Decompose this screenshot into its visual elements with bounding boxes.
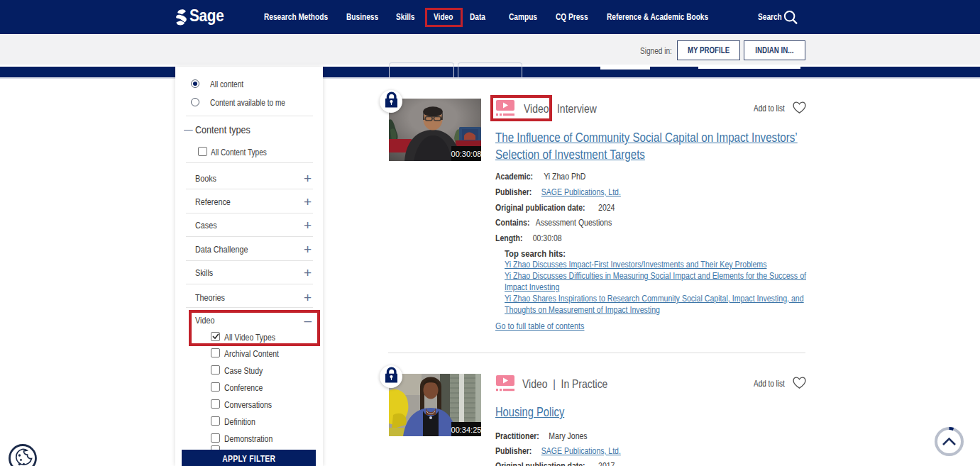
svg-text:00:34:25: 00:34:25	[451, 426, 481, 434]
svg-text:00:30:08: 00:30:08	[451, 150, 481, 158]
